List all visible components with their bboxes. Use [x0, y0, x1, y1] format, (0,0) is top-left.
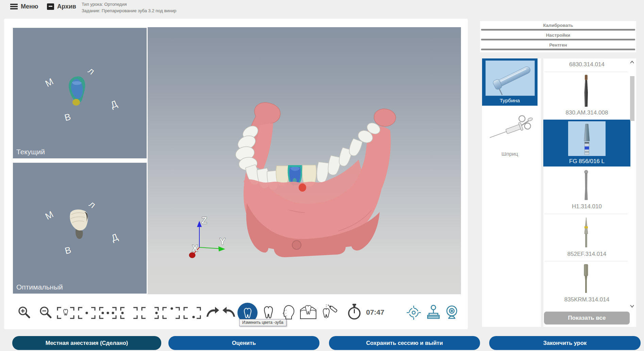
view-right-button[interactable] [141, 306, 160, 321]
lesson-info: Тип урока: Ортопедия Задание: Препариров… [82, 1, 176, 14]
bur-item-fg856-label: FG 856/016 L [543, 158, 630, 165]
tooth-icon [242, 307, 253, 319]
bur-item-835krm[interactable]: 835KRM.314.014 [543, 296, 630, 303]
jaw-model: Z Y X [148, 27, 461, 294]
xray-label: Рентген [480, 42, 636, 48]
bur-item-fg856-selected[interactable]: FG 856/016 L [543, 120, 630, 166]
tool-turbine-label: Турбина [482, 98, 538, 104]
tool-syringe-label: Шприц [482, 151, 538, 157]
tooth-anatomy-button[interactable] [299, 304, 317, 321]
calibrate-button[interactable]: Калибровать [480, 22, 636, 32]
tool-syringe[interactable]: Шприц [482, 108, 538, 159]
scroll-up-arrow[interactable] [629, 60, 635, 65]
show-all-button[interactable]: Показать все [544, 312, 630, 324]
view-reset-target-button[interactable] [406, 305, 421, 321]
bur-item-830am-image[interactable] [543, 73, 630, 109]
scrollbar-thumb[interactable] [630, 76, 634, 121]
settings-button[interactable]: Настройки [480, 32, 636, 42]
3d-viewport[interactable]: Z Y X [148, 27, 461, 294]
settings-label: Настройки [480, 32, 636, 38]
bur-item-830am[interactable]: 830.AM.314.008 [543, 109, 630, 116]
view-center-button[interactable] [77, 306, 96, 321]
bur-list-panel: 6830.314.014 830.AM.314.008 FG 856/016 L… [543, 58, 636, 327]
bur-item-835krm-image[interactable] [543, 262, 630, 296]
local-anesthesia-button[interactable]: Местная анестезия (Сделано) [12, 336, 161, 350]
orientation-letter-distal: Д [109, 99, 119, 111]
timer-button[interactable] [346, 303, 362, 322]
save-session-exit-button[interactable]: Сохранить сессию и выйти [329, 336, 480, 350]
orientation-letter-vestibular: В [64, 245, 72, 256]
bur-item-fg856-image [568, 121, 606, 156]
patient-head-button[interactable] [280, 304, 296, 321]
orientation-letter-distal: Д [110, 232, 120, 244]
bur-item-6830[interactable]: 6830.314.014 [543, 61, 630, 68]
webcam-button[interactable] [444, 304, 460, 321]
axis-label-x: X [192, 243, 198, 253]
view-tooth-button[interactable] [56, 306, 75, 321]
view-left-button[interactable] [119, 306, 138, 321]
redo-button[interactable] [205, 306, 220, 320]
joystick-button[interactable] [426, 304, 441, 321]
timer-display: 07:47 [366, 308, 384, 316]
orientation-letter-mesial: М [44, 76, 55, 89]
zoom-in-button[interactable] [17, 305, 31, 321]
current-view-label: Текущий [16, 148, 45, 156]
lesson-task: Задание: Препарирование зуба 3.2 под вин… [82, 7, 176, 14]
optimal-tooth-view[interactable]: л М Д В Оптимальный [12, 162, 147, 294]
right-actions-panel: Калибровать Настройки Рентген [480, 21, 636, 52]
main-workspace: л М Д В Текущий л М Д В Оптимальный [4, 19, 468, 329]
bur-item-h1[interactable]: H1.314.010 [543, 203, 630, 210]
view-top-button[interactable] [162, 306, 181, 321]
axis-label-y: Y [219, 236, 226, 247]
current-tooth-view[interactable]: л М Д В Текущий [12, 27, 147, 159]
archive-label: Архив [57, 3, 76, 10]
tool-turbine[interactable]: Турбина [482, 58, 538, 106]
tooth-drill-button[interactable] [320, 304, 338, 321]
tools-panel: Турбина Шприц [482, 58, 541, 327]
evaluate-button[interactable]: Оценить [168, 336, 319, 350]
view-bottom-button[interactable] [183, 306, 202, 321]
axis-label-z: Z [201, 215, 207, 226]
axis-gizmo: Z Y X [189, 215, 226, 258]
undo-button[interactable] [222, 306, 237, 320]
calibrate-label: Калибровать [480, 22, 636, 29]
menu-button[interactable]: Меню [10, 3, 38, 10]
zoom-out-button[interactable] [38, 305, 53, 321]
lesson-type: Тип урока: Ортопедия [82, 1, 176, 7]
archive-icon [47, 3, 54, 10]
syringe-image [485, 110, 534, 145]
optimal-view-label: Оптимальный [16, 283, 63, 291]
hamburger-icon [10, 4, 18, 10]
current-tooth-model [65, 75, 90, 107]
scroll-down-arrow[interactable] [629, 304, 635, 309]
finish-lesson-button[interactable]: Закончить урок [489, 336, 641, 350]
bur-item-852ef[interactable]: 852EF.314.014 [543, 251, 630, 258]
bur-item-852ef-image[interactable] [543, 215, 630, 250]
turbine-image [485, 60, 535, 96]
orientation-letter-mesial: М [44, 209, 55, 222]
menu-label: Меню [21, 3, 38, 10]
archive-button[interactable]: Архив [47, 3, 76, 10]
optimal-tooth-model [66, 208, 92, 241]
bur-item-h1-image[interactable] [543, 168, 630, 203]
view-three-points-button[interactable] [98, 306, 117, 321]
tooth-button[interactable] [262, 305, 275, 321]
orientation-letter-vestibular: В [64, 111, 72, 123]
xray-button[interactable]: Рентген [480, 42, 636, 52]
